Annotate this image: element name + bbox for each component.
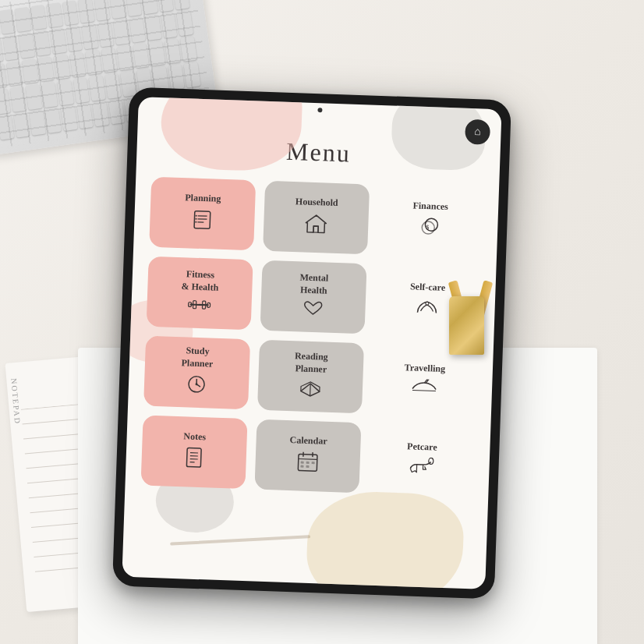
svg-rect-35 [300,465,303,467]
svg-rect-32 [301,461,304,463]
home-icon: ⌂ [474,126,481,138]
notes-label: Notes [183,431,206,444]
menu-item-reading-planner[interactable]: ReadingPlanner [257,340,364,414]
petcare-icon [407,456,436,479]
finances-icon: $ [418,215,442,242]
menu-item-study-planner[interactable]: StudyPlanner [143,336,250,410]
fitness-health-label: Fitness& Health [181,269,219,295]
svg-rect-13 [189,302,192,306]
menu-item-calendar[interactable]: Calendar [254,419,361,494]
blob-beige-bottom [305,490,465,589]
svg-text:$: $ [426,224,429,231]
blob-brown-line [170,535,310,545]
notes-icon [184,446,203,473]
mental-health-label: MentalHealth [299,272,329,297]
travelling-label: Travelling [404,362,445,375]
svg-marker-7 [306,214,327,232]
planning-label: Planning [185,192,221,205]
mental-health-icon [303,299,324,322]
study-planner-label: StudyPlanner [181,345,214,371]
petcare-label: Petcare [407,441,437,455]
svg-point-4 [196,214,197,216]
menu-item-finances[interactable]: Finances $ [377,185,483,259]
menu-item-planning[interactable]: Planning [149,177,256,251]
svg-line-29 [299,458,317,459]
calendar-icon [296,450,319,477]
svg-rect-23 [186,448,201,467]
self-care-label: Self-care [410,281,446,295]
svg-rect-0 [194,211,211,228]
svg-rect-33 [306,462,310,464]
planning-icon [191,207,214,235]
menu-item-fitness-health[interactable]: Fitness& Health [147,257,253,331]
binder-clip [449,296,492,366]
svg-rect-36 [306,465,309,468]
menu-grid: Planning Household [126,176,500,497]
finances-label: Finances [412,200,448,214]
reading-planner-icon [297,378,323,402]
menu-item-petcare[interactable]: Petcare [368,423,475,497]
household-label: Household [295,196,338,209]
home-button[interactable]: ⌂ [465,119,490,145]
menu-item-household[interactable]: Household [263,181,370,255]
notepad-label: NOTEPAD [9,378,22,425]
svg-rect-34 [312,462,315,464]
menu-item-mental-health[interactable]: MentalHealth [260,260,367,334]
svg-line-22 [412,390,436,391]
reading-planner-label: ReadingPlanner [294,351,328,377]
svg-point-37 [429,458,433,464]
study-planner-icon [185,373,207,400]
household-icon [304,211,328,239]
tablet-screen: ⌂ Menu Planning [122,97,501,589]
binder-clip-body [449,296,484,355]
self-care-icon [414,296,440,320]
fitness-health-icon [187,296,211,317]
svg-point-5 [195,218,196,219]
calendar-label: Calendar [289,434,327,448]
travelling-icon [411,377,438,398]
svg-point-6 [195,221,196,222]
menu-item-notes[interactable]: Notes [140,416,247,490]
camera-dot [317,108,322,112]
